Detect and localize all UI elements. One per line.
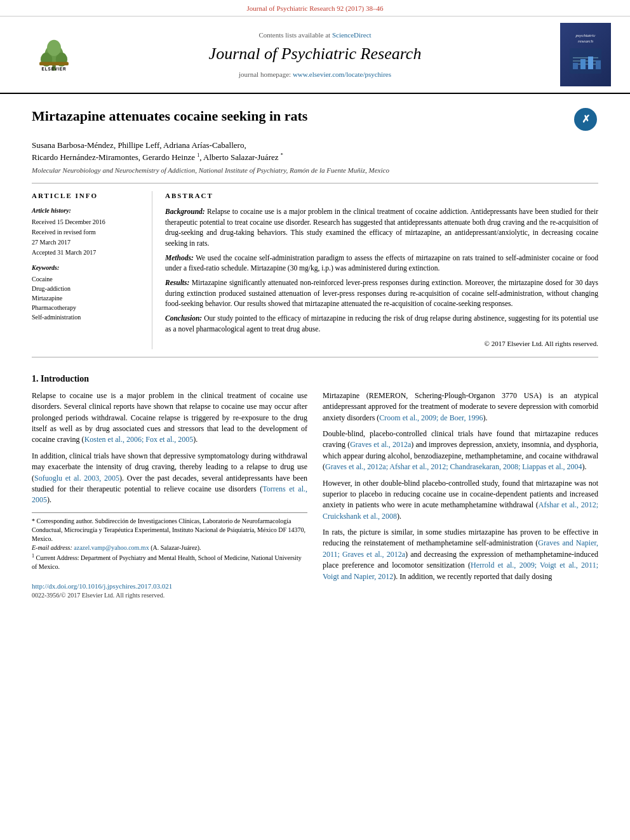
- intro-text-left: Relapse to cocaine use is a major proble…: [32, 390, 307, 506]
- methods-label: Methods:: [165, 254, 194, 262]
- abstract-conclusion: Conclusion: Our study pointed to the eff…: [165, 313, 598, 334]
- intro-para-2: In addition, clinical trials have shown …: [32, 451, 307, 506]
- journal-header-center: Contents lists available at ScienceDirec…: [89, 30, 541, 79]
- introduction-heading: 1. Introduction: [32, 373, 598, 385]
- copyright-line: © 2017 Elsevier Ltd. All rights reserved…: [165, 339, 598, 349]
- intro-title: Introduction: [41, 374, 89, 383]
- ref-herrold-voigt[interactable]: Herrold et al., 2009; Voigt et al., 2011…: [323, 561, 598, 580]
- svg-point-4: [47, 40, 61, 57]
- conclusion-label: Conclusion:: [165, 314, 202, 322]
- received-date: Received 15 December 2016: [32, 218, 142, 227]
- accepted-date: Accepted 31 March 2017: [32, 248, 142, 257]
- elsevier-logo: ELSEVIER: [19, 37, 89, 72]
- elsevier-logo-area: ELSEVIER: [19, 37, 89, 72]
- background-label: Background:: [165, 208, 205, 215]
- intro-text-right: Mirtazapine (REMERON, Schering-Plough-Or…: [323, 390, 598, 582]
- journal-cover-area: psychiatricresearch: [541, 23, 611, 86]
- keywords-label: Keywords:: [32, 263, 142, 272]
- article-title: Mirtazapine attenuates cocaine seeking i…: [32, 107, 573, 126]
- homepage-label: journal homepage:: [239, 70, 291, 78]
- abstract-background: Background: Relapse to cocaine use is a …: [165, 206, 598, 249]
- journal-title: Journal of Psychiatric Research: [89, 43, 541, 65]
- cover-title-text: psychiatricresearch: [575, 33, 595, 46]
- methods-text: We used the cocaine self-administration …: [165, 254, 598, 272]
- footnote-email: E-mail address: azazel.vamp@yahoo.com.mx…: [32, 543, 307, 552]
- svg-rect-12: [580, 59, 586, 69]
- divider-2: [32, 357, 598, 357]
- doi-section: http://dx.doi.org/10.1016/j.jpsychires.2…: [32, 582, 307, 591]
- top-bar: Journal of Psychiatric Research 92 (2017…: [0, 0, 630, 16]
- keyword-4: Pharmacotherapy: [32, 303, 142, 312]
- svg-rect-14: [596, 60, 601, 69]
- journal-header: ELSEVIER Contents lists available at Sci…: [0, 16, 630, 94]
- keyword-2: Drug-addiction: [32, 284, 142, 293]
- journal-homepage-line: journal homepage: www.elsevier.com/locat…: [89, 70, 541, 79]
- background-text: Relapse to cocaine use is a major proble…: [165, 208, 598, 247]
- ref-kosten[interactable]: Kosten et al., 2006; Fox et al., 2005: [84, 435, 194, 444]
- footnote-current-address: 1 Current Address: Department of Psychia…: [32, 552, 307, 571]
- introduction-body: Relapse to cocaine use is a major proble…: [32, 390, 598, 601]
- svg-text:ELSEVIER: ELSEVIER: [41, 67, 66, 71]
- crossmark-badge: ✗: [573, 107, 598, 132]
- homepage-url[interactable]: www.elsevier.com/locate/psychires: [293, 70, 391, 78]
- abstract-results: Results: Mirtazapine significantly atten…: [165, 277, 598, 309]
- keywords-section: Keywords: Cocaine Drug-addiction Mirtaza…: [32, 263, 142, 322]
- svg-rect-5: [39, 62, 69, 65]
- sciencedirect-link[interactable]: ScienceDirect: [332, 31, 372, 39]
- contents-available-line: Contents lists available at ScienceDirec…: [89, 30, 541, 40]
- intro-right-para-1: Mirtazapine (REMERON, Schering-Plough-Or…: [323, 390, 598, 423]
- ref-croom[interactable]: Croom et al., 2009; de Boer, 1996: [379, 413, 483, 422]
- abstract-methods: Methods: We used the cocaine self-admini…: [165, 253, 598, 274]
- journal-cover-image: psychiatricresearch: [560, 23, 611, 86]
- introduction-section: 1. Introduction Relapse to cocaine use i…: [32, 373, 598, 600]
- results-text: Mirtazapine significantly attenuated non…: [165, 279, 598, 307]
- abstract-text: Background: Relapse to cocaine use is a …: [165, 206, 598, 349]
- email-label: E-mail address:: [32, 544, 72, 551]
- info-abstract-section: ARTICLE INFO Article history: Received 1…: [32, 191, 598, 349]
- intro-left-col: Relapse to cocaine use is a major proble…: [32, 390, 307, 601]
- abstract-heading: ABSTRACT: [165, 191, 598, 201]
- revised-date: 27 March 2017: [32, 238, 142, 247]
- received-revised-label: Received in revised form: [32, 228, 142, 237]
- ref-graves-chandrasekaran[interactable]: Graves et al., 2012a; Afshar et al., 201…: [325, 462, 582, 471]
- footnotes: * Corresponding author. Subdirección de …: [32, 512, 307, 571]
- intro-para-1: Relapse to cocaine use is a major proble…: [32, 390, 307, 446]
- article-info-column: ARTICLE INFO Article history: Received 1…: [32, 191, 152, 349]
- crossmark-icon: ✗: [574, 108, 597, 131]
- elsevier-tree-icon: ELSEVIER: [32, 37, 76, 72]
- email-link[interactable]: azazel.vamp@yahoo.com.mx: [74, 544, 149, 551]
- svg-rect-11: [573, 63, 578, 69]
- intro-number: 1.: [32, 374, 39, 383]
- article-container: Mirtazapine attenuates cocaine seeking i…: [0, 94, 630, 613]
- svg-rect-13: [588, 57, 593, 69]
- contents-label: Contents lists available at: [258, 31, 330, 39]
- keyword-1: Cocaine: [32, 275, 142, 284]
- cover-graphic: [566, 45, 605, 77]
- ref-graves-2012a[interactable]: Graves et al., 2012a: [350, 440, 411, 449]
- keyword-5: Self-administration: [32, 313, 142, 322]
- ref-sofuoglu[interactable]: Sofuoglu et al. 2003, 2005: [34, 474, 119, 483]
- footnote-corresponding: * Corresponding author. Subdirección de …: [32, 517, 307, 543]
- authors-line: Susana Barbosa-Méndez, Phillipe Leff, Ad…: [32, 140, 598, 163]
- intro-right-para-4: In rats, the picture is similar, in some…: [323, 527, 598, 582]
- history-label: Article history:: [32, 206, 142, 215]
- keyword-3: Mirtazapine: [32, 294, 142, 303]
- article-info-heading: ARTICLE INFO: [32, 191, 142, 201]
- affiliation-line: Molecular Neurobiology and Neurochemistr…: [32, 166, 598, 175]
- journal-citation: Journal of Psychiatric Research 92 (2017…: [246, 4, 383, 12]
- divider-1: [32, 183, 598, 183]
- doi-link[interactable]: http://dx.doi.org/10.1016/j.jpsychires.2…: [32, 582, 172, 590]
- abstract-column: ABSTRACT Background: Relapse to cocaine …: [165, 191, 598, 349]
- results-label: Results:: [165, 279, 189, 286]
- issn-section: 0022-3956/© 2017 Elsevier Ltd. All right…: [32, 591, 307, 600]
- conclusion-text: Our study pointed to the efficacy of mir…: [165, 314, 598, 333]
- ref-graves-napier[interactable]: Graves and Napier, 2011; Graves et al., …: [323, 538, 598, 558]
- intro-right-para-3: However, in other double-blind placebo-c…: [323, 478, 598, 523]
- article-title-section: Mirtazapine attenuates cocaine seeking i…: [32, 107, 598, 132]
- ref-afshar-cruickshank[interactable]: Afshar et al., 2012; Cruickshank et al.,…: [323, 500, 598, 520]
- intro-right-para-2: Double-blind, placebo-controlled clinica…: [323, 429, 598, 473]
- intro-right-col: Mirtazapine (REMERON, Schering-Plough-Or…: [323, 390, 598, 601]
- ref-torrens[interactable]: Torrens et al., 2005: [32, 484, 307, 504]
